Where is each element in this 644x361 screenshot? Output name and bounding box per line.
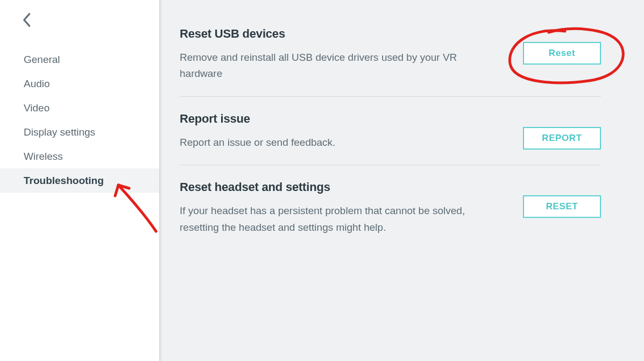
nav-item-label: Display settings	[24, 126, 95, 138]
reset-headset-button[interactable]: RESET	[523, 195, 601, 218]
nav-item-label: Audio	[24, 78, 50, 90]
button-label: RESET	[546, 201, 578, 212]
chevron-left-icon	[22, 12, 31, 27]
reset-usb-button[interactable]: Reset	[523, 42, 601, 65]
nav-list: General Audio Video Display settings Wir…	[0, 47, 159, 193]
nav-item-audio[interactable]: Audio	[0, 72, 159, 96]
button-label: Reset	[549, 48, 575, 59]
section-title: Reset headset and settings	[180, 180, 507, 194]
nav-item-wireless[interactable]: Wireless	[0, 144, 159, 168]
content-panel: Reset USB devices Remove and reinstall a…	[160, 0, 644, 361]
section-reset-usb: Reset USB devices Remove and reinstall a…	[180, 27, 601, 97]
nav-item-troubleshooting[interactable]: Troubleshooting	[0, 168, 159, 193]
section-title: Reset USB devices	[180, 27, 507, 41]
sidebar: General Audio Video Display settings Wir…	[0, 0, 160, 361]
nav-item-display-settings[interactable]: Display settings	[0, 120, 159, 144]
back-button[interactable]	[16, 10, 37, 30]
section-desc: Remove and reinstall all USB device driv…	[180, 49, 481, 82]
nav-item-general[interactable]: General	[0, 47, 159, 72]
section-desc: If your headset has a persistent problem…	[180, 203, 481, 236]
nav-item-label: Troubleshooting	[24, 175, 104, 187]
section-desc: Report an issue or send feedback.	[180, 135, 481, 151]
nav-item-label: Wireless	[24, 151, 63, 162]
nav-item-video[interactable]: Video	[0, 96, 159, 120]
nav-item-label: General	[24, 54, 60, 66]
button-label: REPORT	[542, 133, 582, 144]
section-reset-headset: Reset headset and settings If your heads…	[180, 180, 601, 250]
section-report-issue: Report issue Report an issue or send fee…	[180, 112, 601, 165]
nav-item-label: Video	[24, 102, 49, 114]
section-title: Report issue	[180, 112, 507, 126]
report-button[interactable]: REPORT	[523, 127, 601, 150]
